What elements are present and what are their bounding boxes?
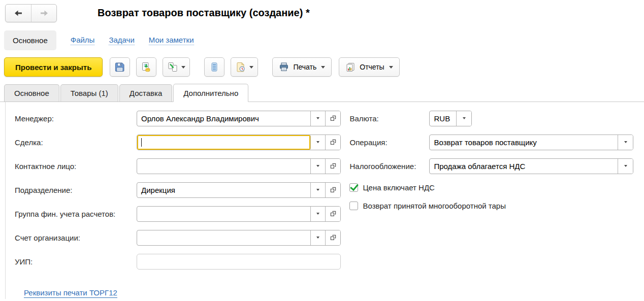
field-row-deal: Сделка: [15,134,349,150]
chevron-down-icon [463,117,466,119]
tab-additional[interactable]: Дополнительно [173,84,248,102]
print-button[interactable]: Печать [272,57,332,77]
taxation-dropdown-button[interactable] [618,159,633,174]
chevron-down-icon [624,141,627,143]
create-based-on-button[interactable] [163,57,190,77]
org-account-label: Счет организации: [15,233,137,242]
deal-label: Сделка: [15,138,137,147]
chevron-down-icon [624,165,627,167]
form-right-column: Валюта: RUB Операция: Возврат товаров по… [349,110,644,298]
operation-label: Операция: [349,138,429,147]
org-account-open-button[interactable] [326,230,340,245]
currency-field: RUB [429,111,472,126]
arrow-right-icon [39,8,49,18]
text-caret [141,138,142,147]
nav-link-files[interactable]: Файлы [71,36,95,45]
fin-group-dropdown-button[interactable] [311,207,326,221]
chevron-down-icon [249,66,253,69]
chevron-down-icon [316,165,319,167]
operation-dropdown-button[interactable] [618,135,633,150]
open-link-icon [330,139,337,146]
deal-dropdown-button[interactable] [311,135,326,150]
field-row-taxation: Налогообложение: Продажа облагается НДС [349,158,644,174]
price-includes-vat-label: Цена включает НДС [363,183,434,192]
open-link-icon [330,186,337,193]
taxation-field: Продажа облагается НДС [429,158,633,174]
fin-group-label: Группа фин. учета расчетов: [15,210,137,218]
contact-input[interactable] [137,159,311,174]
field-row-uip: УИП: [15,253,349,270]
torg12-print-details-link[interactable]: Реквизиты печати ТОРГ12 [24,288,117,298]
department-field: Дирекция [137,182,341,198]
currency-label: Валюта: [349,114,429,123]
post-document-icon [141,61,152,73]
checkbox-row-price-includes-vat: Цена включает НДС [349,182,644,193]
open-link-icon [330,115,337,122]
forward-button[interactable] [31,5,56,22]
create-based-on-icon [167,61,178,73]
operation-input[interactable]: Возврат товаров поставщику [430,135,618,150]
returnable-packaging-checkbox[interactable] [349,202,358,210]
reports-button[interactable]: Отчеты [339,57,399,77]
department-input[interactable]: Дирекция [137,183,311,197]
post-and-close-button[interactable]: Провести и закрыть [4,57,103,77]
manager-label: Менеджер: [15,114,137,123]
field-row-operation: Операция: Возврат товаров поставщику [349,134,644,150]
window-header: Возврат товаров поставщику (создание) * [0,0,644,26]
fin-group-input[interactable] [137,207,311,221]
print-button-label: Печать [293,63,316,71]
currency-input[interactable]: RUB [430,111,457,126]
tab-main[interactable]: Основное [4,84,59,102]
department-open-button[interactable] [326,183,340,197]
currency-dropdown-button[interactable] [457,111,471,126]
document-clock-button[interactable] [231,57,258,77]
taxation-label: Налогообложение: [349,162,429,171]
arrow-left-icon [13,8,23,18]
post-document-button[interactable] [136,57,156,77]
chevron-down-icon [316,141,319,143]
manager-open-button[interactable] [326,111,340,126]
open-link-icon [330,210,337,217]
chevron-down-icon [316,237,319,239]
contact-open-button[interactable] [326,159,340,174]
deal-input[interactable] [137,135,311,150]
org-account-input[interactable] [137,230,311,245]
register-records-button[interactable] [204,57,224,77]
taxation-input[interactable]: Продажа облагается НДС [430,159,618,174]
manager-input[interactable]: Орлов Александр Владимирович [137,111,311,126]
org-account-dropdown-button[interactable] [311,230,326,245]
department-label: Подразделение: [15,186,137,194]
fin-group-open-button[interactable] [326,207,340,221]
reports-button-label: Отчеты [360,63,384,71]
uip-label: УИП: [15,257,137,266]
field-row-currency: Валюта: RUB [349,110,644,126]
toolbar: Провести и закрыть [0,51,644,77]
nav-link-notes[interactable]: Мои заметки [149,36,194,45]
back-button[interactable] [6,5,31,22]
manager-field: Орлов Александр Владимирович [137,111,341,126]
uip-input[interactable] [137,254,341,270]
chevron-down-icon [316,189,319,191]
section-nav: Основное Файлы Задачи Мои заметки [0,26,644,51]
tab-goods[interactable]: Товары (1) [60,84,118,102]
field-row-manager: Менеджер: Орлов Александр Владимирович [15,110,349,126]
department-dropdown-button[interactable] [311,183,326,197]
manager-dropdown-button[interactable] [311,111,326,126]
chevron-down-icon [321,66,325,69]
checkbox-row-returnable-packaging: Возврат принятой многооборотной тары [349,200,644,211]
deal-open-button[interactable] [326,135,340,150]
field-row-department: Подразделение: Дирекция [15,182,349,198]
nav-link-main[interactable]: Основное [4,30,56,50]
contact-field [137,158,341,174]
contact-label: Контактное лицо: [15,162,137,171]
open-link-icon [330,162,337,170]
nav-link-tasks[interactable]: Задачи [109,36,134,45]
contact-dropdown-button[interactable] [311,159,326,174]
chevron-down-icon [316,213,319,215]
field-row-fin-group: Группа фин. учета расчетов: [15,206,349,222]
tab-delivery[interactable]: Доставка [119,84,172,102]
save-button[interactable] [110,57,130,77]
price-includes-vat-checkbox[interactable] [349,183,358,192]
chevron-down-icon [181,66,185,69]
save-icon [114,61,125,73]
